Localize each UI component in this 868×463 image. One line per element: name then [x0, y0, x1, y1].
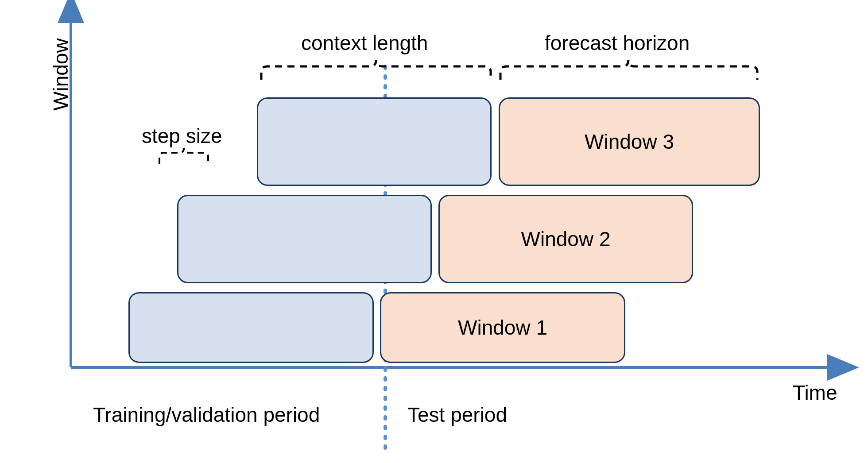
- window-1-label: Window 1: [381, 316, 624, 340]
- window-3-label: Window 3: [500, 130, 759, 154]
- context-length-label: context length: [301, 31, 428, 55]
- window-2-label: Window 2: [440, 227, 692, 251]
- test-period-label: Test period: [407, 403, 507, 427]
- step-size-label: step size: [142, 124, 222, 148]
- axes-svg: [0, 0, 868, 463]
- window-3-forecast-box: Window 3: [499, 97, 760, 186]
- y-axis-label: Window: [49, 38, 73, 111]
- diagram-stage: Window Time context length forecast hori…: [0, 0, 868, 463]
- training-period-label: Training/validation period: [93, 403, 320, 427]
- window-3-context-box: [257, 97, 492, 186]
- forecast-horizon-label: forecast horizon: [545, 31, 690, 55]
- window-1-context-box: [128, 292, 374, 363]
- window-1-forecast-box: Window 1: [380, 292, 625, 363]
- window-2-context-box: [177, 195, 432, 283]
- window-2-forecast-box: Window 2: [438, 195, 693, 283]
- x-axis-label: Time: [793, 381, 837, 405]
